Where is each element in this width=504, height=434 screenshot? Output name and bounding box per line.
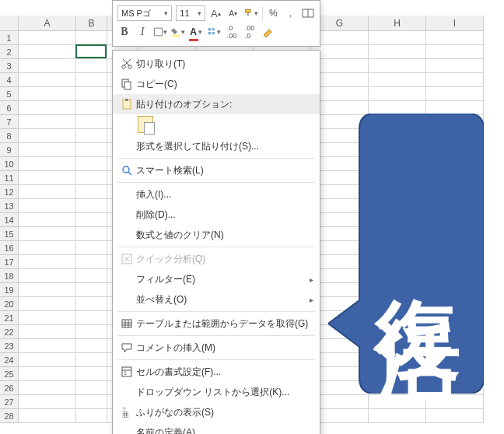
cell[interactable] (76, 185, 107, 199)
row-header[interactable]: 4 (0, 73, 19, 87)
percent-button[interactable]: % (266, 6, 280, 20)
bold-button[interactable]: B (117, 25, 131, 39)
cell[interactable] (19, 381, 76, 395)
cell[interactable] (426, 87, 484, 101)
context-menu-item[interactable]: 貼り付けのオプション: (113, 94, 320, 114)
cell[interactable] (19, 171, 76, 185)
row-header[interactable]: 2 (0, 45, 19, 59)
cell[interactable] (19, 353, 76, 367)
cell[interactable] (426, 59, 484, 73)
cell[interactable] (19, 339, 76, 353)
cell[interactable] (19, 157, 76, 171)
cell[interactable] (76, 283, 107, 297)
cell[interactable] (76, 45, 107, 59)
cell[interactable] (426, 73, 484, 87)
row-header[interactable]: 19 (0, 283, 19, 297)
cell[interactable] (76, 199, 107, 213)
cell[interactable] (19, 199, 76, 213)
context-menu-item[interactable]: コメントの挿入(M) (113, 338, 320, 358)
cell[interactable] (19, 115, 76, 129)
context-menu-item[interactable]: 切り取り(T) (113, 54, 320, 74)
cell[interactable] (76, 353, 107, 367)
column-header[interactable]: A (19, 16, 76, 31)
row-header[interactable]: 26 (0, 381, 19, 395)
cell[interactable] (76, 213, 107, 227)
row-header[interactable]: 7 (0, 115, 19, 129)
row-header[interactable]: 18 (0, 269, 19, 283)
cell[interactable] (426, 395, 484, 409)
cell[interactable] (76, 87, 107, 101)
font-color-button[interactable]: A▾ (189, 25, 203, 39)
cell[interactable] (76, 129, 107, 143)
row-header[interactable]: 25 (0, 367, 19, 381)
cell[interactable] (76, 227, 107, 241)
row-header[interactable]: 22 (0, 325, 19, 339)
cell[interactable] (19, 283, 76, 297)
row-header[interactable]: 8 (0, 129, 19, 143)
cell[interactable] (369, 87, 426, 101)
row-header[interactable]: 27 (0, 395, 19, 409)
cell[interactable] (19, 297, 76, 311)
cell[interactable] (76, 115, 107, 129)
format-painter-button[interactable]: ▾ (244, 6, 258, 20)
row-header[interactable]: 10 (0, 157, 19, 171)
cell[interactable] (76, 241, 107, 255)
border-button[interactable]: ▾ (153, 25, 167, 39)
column-header[interactable]: B (76, 16, 107, 31)
cell[interactable] (19, 185, 76, 199)
row-header[interactable]: 20 (0, 297, 19, 311)
row-header[interactable]: 15 (0, 227, 19, 241)
context-menu-item[interactable]: 形式を選択して貼り付け(S)... (113, 136, 320, 156)
cell[interactable] (19, 73, 76, 87)
context-menu-item[interactable]: 1セルの書式設定(F)... (113, 362, 320, 382)
font-name-dropdown[interactable]: MS Pゴ ▾ (117, 5, 172, 21)
cell[interactable] (19, 101, 76, 115)
cell[interactable] (76, 101, 107, 115)
cell[interactable] (19, 45, 76, 59)
cell[interactable] (426, 409, 484, 423)
merge-button[interactable] (301, 6, 315, 20)
context-menu-item[interactable]: ドロップダウン リストから選択(K)... (113, 382, 320, 402)
context-menu-item[interactable]: 数式と値のクリア(N) (113, 225, 320, 245)
row-header[interactable]: 21 (0, 311, 19, 325)
cell[interactable] (76, 395, 107, 409)
context-menu-item[interactable]: 挿入(I)... (113, 184, 320, 205)
cell[interactable] (76, 381, 107, 395)
cell[interactable] (426, 31, 484, 45)
context-menu-item[interactable]: フィルター(E)▸ (113, 269, 320, 289)
row-header[interactable]: 11 (0, 171, 19, 185)
clear-format-button[interactable] (261, 25, 275, 39)
row-header[interactable]: 16 (0, 241, 19, 255)
context-menu-item[interactable]: コピー(C) (113, 74, 320, 94)
row-header[interactable]: 17 (0, 255, 19, 269)
cell[interactable] (19, 143, 76, 157)
cell[interactable] (19, 241, 76, 255)
cell[interactable] (76, 73, 107, 87)
context-menu-item[interactable]: ア亜ふりがなの表示(S) (113, 402, 320, 422)
row-header[interactable]: 12 (0, 185, 19, 199)
context-menu-item[interactable]: スマート検索(L) (113, 160, 320, 180)
row-header[interactable]: 23 (0, 339, 19, 353)
decrease-font-button[interactable]: A▾ (226, 6, 240, 20)
cell[interactable] (19, 227, 76, 241)
cell[interactable] (76, 59, 107, 73)
comma-button[interactable]: , (284, 6, 298, 20)
column-header[interactable]: I (426, 16, 484, 31)
row-header[interactable]: 3 (0, 59, 19, 73)
cell[interactable] (19, 129, 76, 143)
cell[interactable] (76, 171, 107, 185)
cell[interactable] (19, 269, 76, 283)
increase-decimal-button[interactable]: .0.00 (225, 25, 239, 39)
cell[interactable] (19, 395, 76, 409)
decrease-decimal-button[interactable]: .00.0 (243, 25, 257, 39)
cell[interactable] (19, 213, 76, 227)
context-menu-item[interactable]: 削除(D)... (113, 205, 320, 225)
cell[interactable] (76, 269, 107, 283)
cell[interactable] (369, 45, 426, 59)
context-menu-item[interactable]: 並べ替え(O)▸ (113, 289, 320, 310)
fill-color-button[interactable]: ▾ (171, 25, 185, 39)
row-header[interactable]: 13 (0, 199, 19, 213)
cell[interactable] (76, 297, 107, 311)
increase-font-button[interactable]: A▴ (209, 6, 223, 20)
cell[interactable] (76, 311, 107, 325)
